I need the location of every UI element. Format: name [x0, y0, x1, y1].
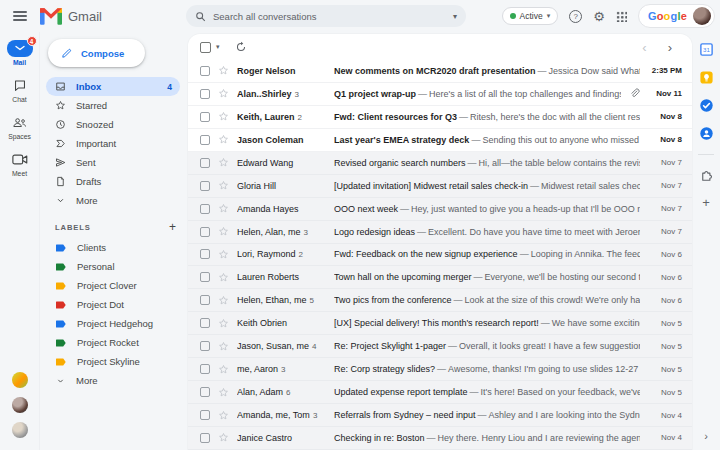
row-checkbox[interactable]: [200, 135, 210, 145]
sidebar-item-important[interactable]: Important: [40, 134, 180, 153]
add-label-button[interactable]: +: [169, 221, 176, 233]
email-row[interactable]: Lori, Raymond2 Fwd: Feedback on the new …: [188, 244, 692, 267]
star-toggle[interactable]: [218, 180, 229, 191]
sidebar-item-snoozed[interactable]: Snoozed: [40, 115, 180, 134]
email-row[interactable]: Helen, Ethan, me5 Two pics from the conf…: [188, 289, 692, 312]
email-row[interactable]: Amanda, me, Tom3 Referrals from Sydney –…: [188, 404, 692, 427]
sidebar-item-more[interactable]: More: [40, 191, 180, 210]
star-toggle[interactable]: [218, 410, 229, 421]
row-checkbox[interactable]: [200, 295, 210, 305]
email-row[interactable]: Alan, Adam6 Updated expense report templ…: [188, 381, 692, 404]
thread-count: 3: [313, 411, 317, 420]
star-toggle[interactable]: [218, 387, 229, 398]
collapse-side-panel-button[interactable]: ›: [704, 430, 708, 442]
chat-contact-avatar[interactable]: [12, 397, 28, 413]
side-panel-keep-button[interactable]: [699, 70, 714, 85]
google-profile-chip[interactable]: Google: [638, 4, 715, 28]
email-row[interactable]: me, Aaron3 Re: Corp strategy slides?—Awe…: [188, 358, 692, 381]
sidebar-item-sent[interactable]: Sent: [40, 153, 180, 172]
row-checkbox[interactable]: [200, 387, 210, 397]
star-toggle[interactable]: [218, 341, 229, 352]
chat-contact-avatar[interactable]: [12, 422, 28, 438]
main-menu-button[interactable]: [0, 8, 40, 23]
row-checkbox[interactable]: [200, 410, 210, 420]
row-checkbox[interactable]: [200, 227, 210, 237]
star-toggle[interactable]: [218, 272, 229, 283]
email-row[interactable]: Edward Wang Revised organic search numbe…: [188, 152, 692, 175]
star-icon: [218, 341, 229, 352]
label-item-project-skyline[interactable]: Project Skyline: [40, 352, 188, 371]
row-checkbox[interactable]: [200, 364, 210, 374]
email-row[interactable]: Roger Nelson New comments on MCR2020 dra…: [188, 60, 692, 83]
row-checkbox[interactable]: [200, 66, 210, 76]
older-page-button[interactable]: ›: [660, 41, 680, 54]
star-toggle[interactable]: [218, 249, 229, 260]
email-row[interactable]: Helen, Alan, me3 Logo redesign ideas—Exc…: [188, 221, 692, 244]
row-checkbox[interactable]: [200, 433, 210, 443]
rail-item-spaces[interactable]: Spaces: [7, 114, 33, 140]
row-checkbox[interactable]: [200, 181, 210, 191]
settings-button[interactable]: ⚙: [593, 10, 605, 23]
label-item-project-dot[interactable]: Project Dot: [40, 295, 188, 314]
row-checkbox[interactable]: [200, 272, 210, 282]
help-button[interactable]: ?: [569, 10, 582, 23]
get-addons-plus-button[interactable]: +: [702, 196, 710, 209]
star-toggle[interactable]: [218, 226, 229, 237]
sidebar-item-drafts[interactable]: Drafts: [40, 172, 180, 191]
star-toggle[interactable]: [218, 364, 229, 375]
label-item-personal[interactable]: Personal: [40, 257, 188, 276]
star-toggle[interactable]: [218, 134, 229, 145]
row-checkbox[interactable]: [200, 341, 210, 351]
search-input[interactable]: Search all conversations ▾: [186, 5, 466, 27]
compose-button[interactable]: Compose: [48, 39, 145, 67]
sidebar-item-inbox[interactable]: Inbox 4: [46, 77, 180, 96]
profile-avatar[interactable]: [693, 7, 711, 25]
star-toggle[interactable]: [218, 432, 229, 443]
google-apps-button[interactable]: [616, 11, 627, 22]
email-row[interactable]: Jason, Susan, me4 Re: Project Skylight 1…: [188, 335, 692, 358]
email-subject: Fwd: Feedback on the new signup experien…: [334, 249, 518, 259]
row-checkbox[interactable]: [200, 249, 210, 259]
hamburger-icon: [13, 8, 27, 23]
star-toggle[interactable]: [218, 295, 229, 306]
email-row[interactable]: Amanda Hayes OOO next week—Hey, just wan…: [188, 198, 692, 221]
star-toggle[interactable]: [218, 65, 229, 76]
label-item-project-rocket[interactable]: Project Rocket: [40, 333, 188, 352]
rail-item-meet[interactable]: Meet: [7, 151, 33, 177]
label-item-project-hedgehog[interactable]: Project Hedgehog: [40, 314, 188, 333]
row-checkbox[interactable]: [200, 318, 210, 328]
email-row[interactable]: Keith Obrien [UX] Special delivery! This…: [188, 312, 692, 335]
side-panel-calendar-button[interactable]: 31: [699, 42, 714, 57]
rail-item-chat[interactable]: Chat: [7, 77, 33, 103]
label-item-more[interactable]: More: [40, 371, 188, 390]
star-toggle[interactable]: [218, 88, 229, 99]
email-row[interactable]: Keith, Lauren2 Fwd: Client resources for…: [188, 106, 692, 129]
row-checkbox[interactable]: [200, 204, 210, 214]
row-checkbox[interactable]: [200, 112, 210, 122]
email-row[interactable]: Janice Castro Checking in re: Boston—Hey…: [188, 427, 692, 450]
label-item-clients[interactable]: Clients: [40, 238, 188, 257]
row-checkbox[interactable]: [200, 158, 210, 168]
side-panel-tasks-button[interactable]: [699, 98, 714, 113]
status-selector[interactable]: Active ▾: [502, 7, 559, 25]
rail-item-mail[interactable]: 4 Mail: [7, 40, 33, 66]
sidebar-item-starred[interactable]: Starred: [40, 96, 180, 115]
email-row[interactable]: Lauren Roberts Town hall on the upcoming…: [188, 266, 692, 289]
refresh-button[interactable]: [235, 41, 247, 53]
select-all-checkbox[interactable]: [200, 42, 211, 53]
star-toggle[interactable]: [218, 157, 229, 168]
select-dropdown-icon[interactable]: ▾: [216, 43, 220, 51]
email-row[interactable]: Alan..Shirley3 Q1 project wrap-up—Here's…: [188, 83, 692, 106]
star-toggle[interactable]: [218, 318, 229, 329]
email-row[interactable]: Jason Coleman Last year's EMEA strategy …: [188, 129, 692, 152]
label-item-project-clover[interactable]: Project Clover: [40, 276, 188, 295]
star-toggle[interactable]: [218, 203, 229, 214]
side-panel-contacts-button[interactable]: [699, 126, 714, 141]
side-panel-addons-button[interactable]: [699, 168, 714, 183]
chat-contact-avatar[interactable]: [12, 372, 28, 388]
email-row[interactable]: Gloria Hill [Updated invitation] Midwest…: [188, 175, 692, 198]
star-toggle[interactable]: [218, 111, 229, 122]
newer-page-button[interactable]: ‹: [634, 41, 654, 54]
row-checkbox[interactable]: [200, 89, 210, 99]
search-options-icon[interactable]: ▾: [453, 12, 457, 21]
